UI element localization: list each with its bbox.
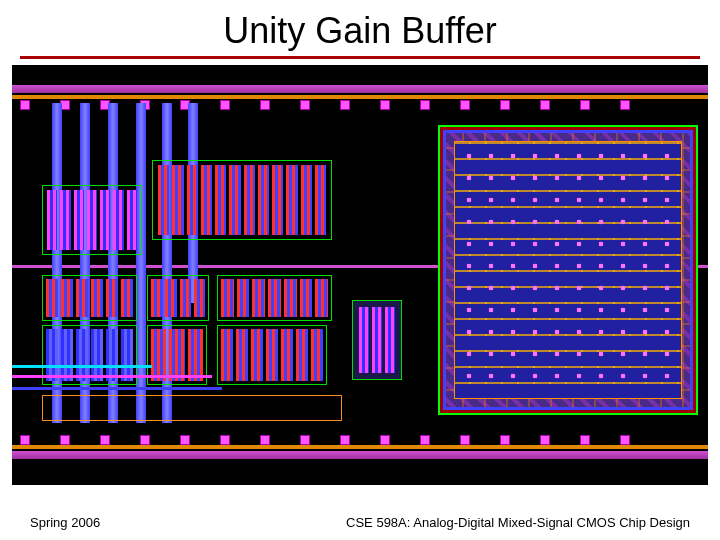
slide-title: Unity Gain Buffer xyxy=(0,0,720,56)
contact-icon xyxy=(580,100,590,110)
poly-finger-icon xyxy=(236,329,248,381)
contact-icon xyxy=(620,435,630,445)
poly-finger-icon xyxy=(61,279,73,317)
contact-icon xyxy=(500,100,510,110)
contact-icon xyxy=(300,100,310,110)
contact-icon xyxy=(60,435,70,445)
poly-finger-icon xyxy=(315,165,326,235)
poly-finger-icon xyxy=(194,279,205,317)
contact-icon xyxy=(220,100,230,110)
poly-finger-icon xyxy=(46,329,58,381)
contact-icon xyxy=(420,100,430,110)
poly-finger-icon xyxy=(121,329,133,381)
contact-icon xyxy=(340,100,350,110)
vdd-contacts xyxy=(20,100,700,110)
output-stage-fingers-1 xyxy=(46,279,133,317)
slide: Unity Gain Buffer xyxy=(0,0,720,540)
contact-icon xyxy=(500,435,510,445)
poly-finger-icon xyxy=(180,279,191,317)
poly-finger-icon xyxy=(87,190,97,250)
vss-rail-metal2 xyxy=(12,445,708,449)
poly-finger-icon xyxy=(229,165,240,235)
poly-finger-icon xyxy=(311,329,323,381)
contact-icon xyxy=(460,435,470,445)
vdd-rail-metal2 xyxy=(12,95,708,99)
contact-icon xyxy=(540,435,550,445)
compensation-cap xyxy=(438,125,698,415)
poly-finger-icon xyxy=(284,279,297,317)
poly-finger-icon xyxy=(46,279,58,317)
contact-icon xyxy=(620,100,630,110)
poly-finger-icon xyxy=(127,190,137,250)
metal-wire xyxy=(12,375,212,378)
poly-finger-icon xyxy=(188,329,203,381)
poly-finger-icon xyxy=(74,190,84,250)
poly-finger-icon xyxy=(251,329,263,381)
contact-icon xyxy=(340,435,350,445)
poly-finger-icon xyxy=(91,279,103,317)
contact-icon xyxy=(460,100,470,110)
poly-finger-icon xyxy=(165,279,176,317)
poly-finger-icon xyxy=(301,165,312,235)
poly-finger-icon xyxy=(121,279,133,317)
title-underline xyxy=(20,56,700,59)
contact-icon xyxy=(300,435,310,445)
poly-finger-icon xyxy=(106,329,118,381)
poly-finger-icon xyxy=(215,165,226,235)
footer-course: CSE 598A: Analog-Digital Mixed-Signal CM… xyxy=(346,515,690,530)
poly-finger-icon xyxy=(169,329,184,381)
poly-finger-icon xyxy=(315,279,328,317)
poly-finger-icon xyxy=(151,329,166,381)
contact-icon xyxy=(380,100,390,110)
metal-wire xyxy=(12,365,152,368)
vdd-rail xyxy=(12,85,708,93)
footer: Spring 2006 CSE 598A: Analog-Digital Mix… xyxy=(30,515,690,530)
contact-icon xyxy=(100,435,110,445)
contact-icon xyxy=(260,435,270,445)
poly-finger-icon xyxy=(61,329,73,381)
poly-finger-icon xyxy=(158,165,169,235)
cap-contacts-icon xyxy=(458,145,678,395)
poly-finger-icon xyxy=(172,165,183,235)
poly-finger-icon xyxy=(281,329,293,381)
poly-finger-icon xyxy=(237,279,250,317)
contact-icon xyxy=(380,435,390,445)
poly-finger-icon xyxy=(268,279,281,317)
poly-finger-icon xyxy=(359,307,369,373)
poly-finger-icon xyxy=(221,279,234,317)
nwell-outline xyxy=(42,395,342,421)
output-stage-fingers-3 xyxy=(221,279,328,317)
diff-pair-fingers xyxy=(47,190,137,250)
poly-finger-icon xyxy=(76,329,88,381)
poly-finger-icon xyxy=(385,307,395,373)
poly-finger-icon xyxy=(187,165,198,235)
poly-finger-icon xyxy=(113,190,123,250)
poly-finger-icon xyxy=(244,165,255,235)
poly-finger-icon xyxy=(47,190,57,250)
poly-finger-icon xyxy=(221,329,233,381)
poly-finger-icon xyxy=(201,165,212,235)
poly-finger-icon xyxy=(296,329,308,381)
output-device xyxy=(352,300,402,380)
lower-device-fingers-1 xyxy=(46,329,133,381)
contact-icon xyxy=(420,435,430,445)
poly-finger-icon xyxy=(76,279,88,317)
poly-finger-icon xyxy=(272,165,283,235)
contact-icon xyxy=(220,435,230,445)
lower-device-fingers-2 xyxy=(151,329,203,381)
poly-finger-icon xyxy=(60,190,70,250)
lower-device-fingers-3 xyxy=(221,329,323,381)
contact-icon xyxy=(540,100,550,110)
contact-icon xyxy=(580,435,590,445)
contact-icon xyxy=(20,435,30,445)
poly-finger-icon xyxy=(266,329,278,381)
footer-term: Spring 2006 xyxy=(30,515,100,530)
contact-icon xyxy=(140,435,150,445)
bias-mirror-fingers xyxy=(158,165,326,235)
poly-finger-icon xyxy=(252,279,265,317)
poly-finger-icon xyxy=(91,329,103,381)
contact-icon xyxy=(180,435,190,445)
layout-canvas xyxy=(12,65,708,485)
contact-icon xyxy=(260,100,270,110)
poly-finger-icon xyxy=(300,279,313,317)
